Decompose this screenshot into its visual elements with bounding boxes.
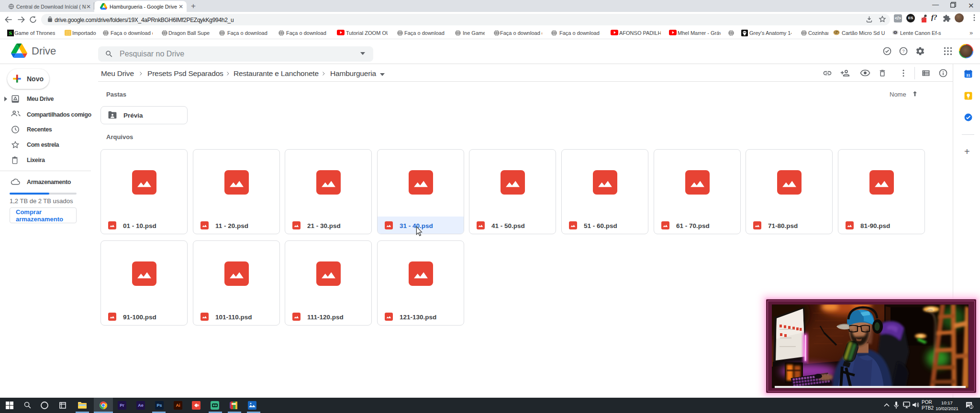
- svg-text:?: ?: [902, 49, 904, 54]
- svg-text:31: 31: [966, 73, 970, 77]
- svg-text:S: S: [9, 30, 12, 36]
- svg-text:1: 1: [970, 405, 972, 409]
